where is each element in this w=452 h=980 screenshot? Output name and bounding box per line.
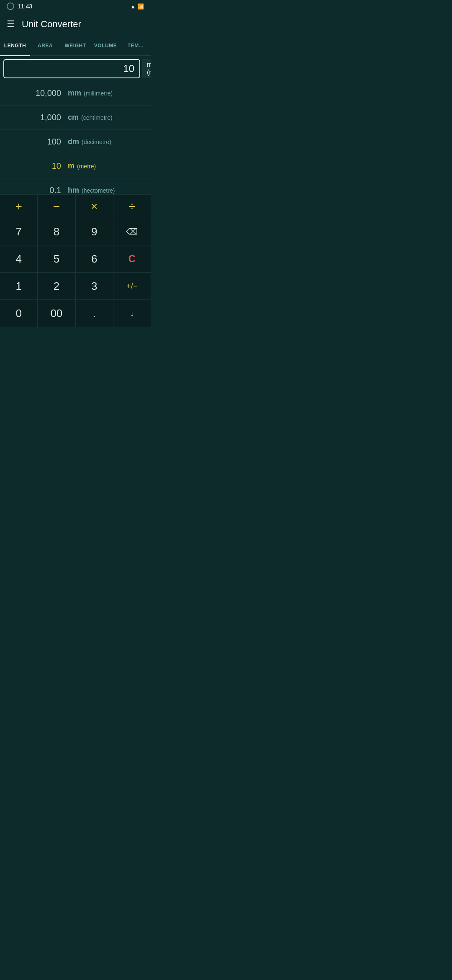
app-title: Unit Converter (22, 19, 81, 30)
key-multiply[interactable]: × (76, 195, 113, 218)
key-7[interactable]: 7 (0, 218, 38, 245)
result-row-cm[interactable]: 1,000 cm (centimetre) (0, 106, 151, 130)
result-abbr-hm: hm (68, 186, 79, 195)
key-8[interactable]: 8 (38, 218, 75, 245)
key-dot[interactable]: . (76, 299, 113, 327)
result-row-m[interactable]: 10 m (metre) (0, 154, 151, 178)
result-full-m: (metre) (77, 163, 96, 170)
result-value-dm: 100 (7, 137, 61, 147)
key-clear[interactable]: C (113, 245, 151, 272)
result-abbr-m: m (68, 162, 74, 170)
key-down[interactable]: ↓ (113, 299, 151, 327)
status-time: 11:43 (18, 3, 32, 10)
result-row-dm[interactable]: 100 dm (decimetre) (0, 130, 151, 154)
key-sign[interactable]: +/− (113, 272, 151, 299)
hamburger-menu-icon[interactable]: ☰ (7, 19, 15, 30)
key-4[interactable]: 4 (0, 245, 38, 272)
tab-weight[interactable]: WEIGHT (60, 36, 90, 55)
keypad-number-rows: 7 8 9 ⌫ 4 5 6 C 1 2 3 +/− 0 00 . ↓ (0, 218, 151, 327)
keypad-row-3: 1 2 3 +/− (0, 272, 151, 299)
key-00[interactable]: 00 (38, 299, 75, 327)
key-0[interactable]: 0 (0, 299, 38, 327)
tab-area[interactable]: AREA (30, 36, 60, 55)
key-2[interactable]: 2 (38, 272, 75, 299)
wifi-icon: ▲ (130, 3, 136, 10)
key-5[interactable]: 5 (38, 245, 75, 272)
result-full-cm: (centimetre) (81, 114, 113, 121)
input-area: m (metre) ▼ (0, 56, 151, 81)
key-backspace[interactable]: ⌫ (113, 218, 151, 245)
key-9[interactable]: 9 (76, 218, 113, 245)
key-3[interactable]: 3 (76, 272, 113, 299)
keypad-ops-row: + − × ÷ (0, 194, 151, 218)
result-value-mm: 10,000 (7, 88, 61, 98)
unit-selector-label: m (metre) (147, 61, 151, 76)
result-full-dm: (decimetre) (82, 139, 111, 145)
result-value-hm: 0.1 (7, 186, 61, 195)
status-left: 11:43 (7, 3, 32, 10)
status-right: ▲ 📶 (130, 3, 144, 10)
keypad: + − × ÷ 7 8 9 ⌫ 4 5 6 C 1 2 3 +/− 0 00 .… (0, 194, 151, 327)
keypad-row-1: 7 8 9 ⌫ (0, 218, 151, 245)
key-divide[interactable]: ÷ (113, 195, 151, 218)
result-full-mm: (millimetre) (84, 90, 113, 97)
unit-selector[interactable]: m (metre) ▼ (142, 59, 151, 78)
result-abbr-cm: cm (68, 113, 79, 122)
keypad-row-2: 4 5 6 C (0, 245, 151, 272)
result-row-mm[interactable]: 10,000 mm (millimetre) (0, 81, 151, 106)
result-value-m: 10 (7, 161, 61, 171)
status-circle-icon (7, 3, 14, 10)
key-subtract[interactable]: − (38, 195, 75, 218)
tab-bar: LENGTH AREA WEIGHT VOLUME TEM... (0, 36, 151, 56)
signal-icon: 📶 (137, 3, 144, 10)
result-abbr-dm: dm (68, 137, 79, 146)
header: ☰ Unit Converter (0, 13, 151, 36)
key-1[interactable]: 1 (0, 272, 38, 299)
value-input[interactable] (3, 59, 140, 78)
keypad-row-4: 0 00 . ↓ (0, 299, 151, 327)
result-full-hm: (hectometre) (82, 187, 115, 194)
tab-length[interactable]: LENGTH (0, 36, 30, 55)
result-value-cm: 1,000 (7, 113, 61, 122)
tab-volume[interactable]: VOLUME (90, 36, 121, 55)
key-add[interactable]: + (0, 195, 38, 218)
result-abbr-mm: mm (68, 89, 81, 98)
key-6[interactable]: 6 (76, 245, 113, 272)
status-bar: 11:43 ▲ 📶 (0, 0, 151, 13)
tab-temp[interactable]: TEM... (121, 36, 151, 55)
